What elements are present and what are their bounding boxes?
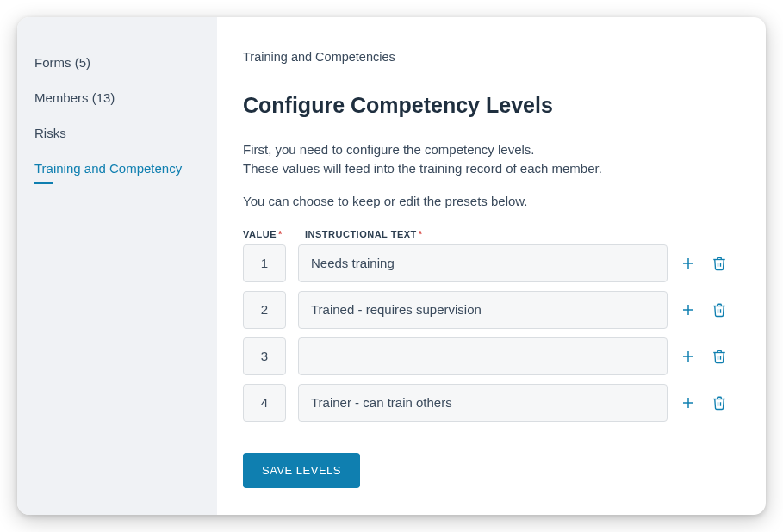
- value-input[interactable]: [243, 244, 286, 282]
- sidebar-item-risks[interactable]: Risks: [17, 115, 217, 151]
- levels-rows: [243, 244, 728, 422]
- trash-icon[interactable]: [711, 348, 728, 365]
- required-marker: *: [278, 229, 283, 239]
- value-input[interactable]: [243, 384, 286, 422]
- row-actions: [680, 394, 728, 411]
- required-marker: *: [419, 229, 423, 239]
- level-row: [243, 244, 728, 282]
- value-input[interactable]: [243, 337, 286, 375]
- sidebar-item-label: Training and Competency: [34, 161, 182, 176]
- main-content: Training and Competencies Configure Comp…: [217, 17, 766, 515]
- app-window: Forms (5) Members (13) Risks Training an…: [17, 17, 766, 515]
- sidebar-item-label: Risks: [34, 126, 66, 140]
- intro-text: First, you need to configure the compete…: [243, 140, 728, 178]
- plus-icon[interactable]: [680, 255, 697, 272]
- level-row: [243, 291, 728, 329]
- sidebar-item-label: Forms (5): [34, 55, 90, 70]
- plus-icon[interactable]: [680, 348, 697, 365]
- column-header-text-label: INSTRUCTIONAL TEXT: [305, 229, 417, 239]
- instructional-text-input[interactable]: [298, 291, 668, 329]
- trash-icon[interactable]: [711, 394, 728, 411]
- trash-icon[interactable]: [711, 301, 728, 319]
- breadcrumb: Training and Competencies: [243, 50, 728, 64]
- instructional-text-input[interactable]: [298, 337, 668, 375]
- column-headers: VALUE* INSTRUCTIONAL TEXT*: [243, 229, 728, 239]
- row-actions: [680, 301, 728, 319]
- instructional-text-input[interactable]: [298, 244, 668, 282]
- plus-icon[interactable]: [680, 394, 697, 411]
- row-actions: [680, 255, 728, 272]
- sidebar-item-label: Members (13): [34, 90, 115, 105]
- intro-line-1: First, you need to configure the compete…: [243, 140, 728, 159]
- column-header-value-label: VALUE: [243, 229, 277, 239]
- column-header-text: INSTRUCTIONAL TEXT*: [305, 229, 423, 239]
- plus-icon[interactable]: [680, 301, 697, 319]
- sidebar-item-members[interactable]: Members (13): [17, 80, 217, 115]
- sidebar-item-training-competency[interactable]: Training and Competency: [17, 151, 217, 195]
- save-levels-button[interactable]: SAVE LEVELS: [243, 453, 360, 488]
- level-row: [243, 337, 728, 375]
- page-title: Configure Competency Levels: [243, 93, 728, 118]
- row-actions: [680, 348, 728, 365]
- active-underline: [34, 182, 53, 184]
- level-row: [243, 384, 728, 422]
- instructional-text-input[interactable]: [298, 384, 668, 422]
- sidebar: Forms (5) Members (13) Risks Training an…: [17, 17, 217, 515]
- hint-text: You can choose to keep or edit the prese…: [243, 194, 728, 208]
- intro-line-2: These values will feed into the training…: [243, 159, 728, 178]
- column-header-value: VALUE*: [243, 229, 293, 239]
- value-input[interactable]: [243, 291, 286, 329]
- trash-icon[interactable]: [711, 255, 728, 272]
- sidebar-item-forms[interactable]: Forms (5): [17, 45, 217, 80]
